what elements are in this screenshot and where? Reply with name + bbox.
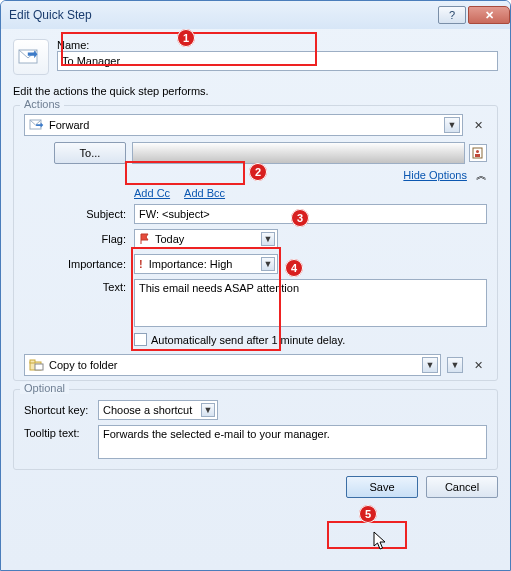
autosend-checkbox[interactable] [134, 333, 147, 346]
action2-label: Copy to folder [49, 359, 117, 371]
forward-icon [29, 118, 45, 132]
importance-high-icon: ! [139, 258, 143, 270]
close-icon: ✕ [485, 9, 494, 22]
chevron-down-icon: ▼ [444, 117, 460, 133]
content-area: Name: Edit the actions the quick step pe… [1, 29, 510, 570]
text-value: This email needs ASAP attention [139, 282, 299, 294]
delete-action1-button[interactable]: ✕ [469, 116, 487, 134]
x-icon: ✕ [474, 359, 483, 372]
flag-combo[interactable]: Today ▼ [134, 229, 278, 249]
text-input[interactable]: This email needs ASAP attention [134, 279, 487, 327]
titlebar: Edit Quick Step ? ✕ [1, 1, 510, 29]
autosend-label: Automatically send after 1 minute delay. [151, 334, 345, 346]
chevron-down-icon: ▼ [422, 357, 438, 373]
importance-label: Importance: [54, 258, 134, 270]
close-button[interactable]: ✕ [468, 6, 510, 24]
tooltip-label: Tooltip text: [24, 425, 98, 439]
dialog-window: Edit Quick Step ? ✕ Name: Edit the actio… [0, 0, 511, 571]
instruction-text: Edit the actions the quick step performs… [13, 85, 498, 97]
action2-expand-button[interactable]: ▼ [447, 357, 463, 373]
chevron-down-icon: ▼ [451, 360, 460, 370]
envelope-forward-icon [18, 47, 44, 67]
chevron-down-icon: ▼ [261, 232, 275, 246]
add-bcc-link[interactable]: Add Bcc [184, 187, 225, 199]
importance-combo[interactable]: ! Importance: High ▼ [134, 254, 278, 274]
annotation-box-5 [327, 521, 407, 549]
actions-group: Actions Forward ▼ ✕ To... [13, 105, 498, 381]
svg-point-3 [476, 150, 479, 153]
save-button[interactable]: Save [346, 476, 418, 498]
optional-legend: Optional [20, 382, 69, 394]
help-button[interactable]: ? [438, 6, 466, 24]
name-label: Name: [57, 39, 498, 51]
subject-label: Subject: [54, 208, 134, 220]
address-book-icon [472, 147, 484, 159]
tooltip-input[interactable]: Forwards the selected e-mail to your man… [98, 425, 487, 459]
to-field[interactable] [132, 142, 465, 164]
chevron-down-icon: ▼ [201, 403, 215, 417]
svg-rect-4 [475, 154, 480, 157]
cancel-button[interactable]: Cancel [426, 476, 498, 498]
svg-rect-6 [30, 360, 35, 363]
importance-value: Importance: High [149, 258, 233, 270]
text-label: Text: [54, 279, 134, 293]
flag-label: Flag: [54, 233, 134, 245]
quickstep-icon [13, 39, 49, 75]
action2-combo[interactable]: Copy to folder ▼ [24, 354, 441, 376]
chevron-down-icon: ▼ [261, 257, 275, 271]
address-book-button[interactable] [469, 144, 487, 162]
cursor-icon [373, 531, 389, 551]
actions-legend: Actions [20, 98, 64, 110]
help-icon: ? [449, 9, 455, 21]
optional-group: Optional Shortcut key: Choose a shortcut… [13, 389, 498, 470]
action1-label: Forward [49, 119, 89, 131]
shortcut-value: Choose a shortcut [103, 404, 192, 416]
subject-input[interactable] [134, 204, 487, 224]
tooltip-value: Forwards the selected e-mail to your man… [103, 428, 330, 440]
hide-options-link[interactable]: Hide Options [403, 169, 467, 181]
to-button[interactable]: To... [54, 142, 126, 164]
delete-action2-button[interactable]: ✕ [469, 356, 487, 374]
name-input[interactable] [57, 51, 498, 71]
copy-folder-icon [29, 358, 45, 372]
add-cc-link[interactable]: Add Cc [134, 187, 170, 199]
flag-icon [139, 233, 151, 245]
x-icon: ✕ [474, 119, 483, 132]
window-title: Edit Quick Step [9, 8, 436, 22]
shortcut-combo[interactable]: Choose a shortcut ▼ [98, 400, 218, 420]
shortcut-label: Shortcut key: [24, 404, 98, 416]
flag-value: Today [155, 233, 184, 245]
annotation-number-5: 5 [359, 505, 377, 523]
chevron-up-icon: ︽ [476, 169, 487, 181]
action1-combo[interactable]: Forward ▼ [24, 114, 463, 136]
svg-rect-7 [35, 364, 43, 370]
